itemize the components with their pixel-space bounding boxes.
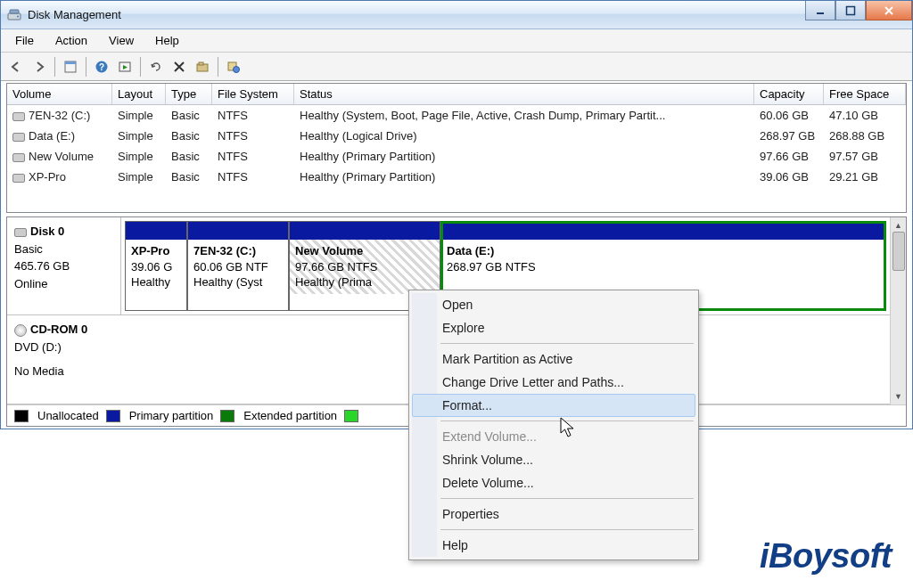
menu-item-properties[interactable]: Properties <box>412 502 695 526</box>
cell: Data (E:) <box>29 129 75 143</box>
window-controls <box>805 1 912 20</box>
menu-item-explore[interactable]: Explore <box>412 316 695 339</box>
col-header-free[interactable]: Free Space <box>824 84 906 104</box>
cdrom-icon <box>14 324 27 337</box>
menu-item-mark-active[interactable]: Mark Partition as Active <box>412 347 695 371</box>
cell: Basic <box>166 127 212 144</box>
scroll-up-button[interactable]: ▲ <box>892 219 905 232</box>
svg-rect-11 <box>199 62 203 65</box>
tool-button[interactable] <box>114 56 136 78</box>
menu-action[interactable]: Action <box>46 31 96 50</box>
menu-item-extend-volume: Extend Volume... <box>412 425 695 448</box>
cell: NTFS <box>212 148 294 165</box>
disk-label[interactable]: CD-ROM 0 DVD (D:) No Media <box>7 315 121 404</box>
menu-help[interactable]: Help <box>146 31 188 50</box>
cell: 29.21 GB <box>824 168 906 185</box>
cell: New Volume <box>29 150 94 163</box>
cell: Simple <box>112 107 166 124</box>
cell: 60.06 GB <box>754 107 824 124</box>
cell: Basic <box>166 148 212 165</box>
partition-name: 7EN-32 (C:) <box>193 244 256 257</box>
cell: Healthy (Logical Drive) <box>294 127 754 144</box>
toolbar-separator <box>86 57 86 77</box>
svg-rect-2 <box>10 10 19 13</box>
col-header-capacity[interactable]: Capacity <box>754 84 824 104</box>
minimize-button[interactable] <box>805 1 835 20</box>
list-row[interactable]: New Volume Simple Basic NTFS Healthy (Pr… <box>7 146 906 167</box>
svg-rect-3 <box>817 12 824 14</box>
cell: 268.88 GB <box>824 127 906 144</box>
col-header-volume[interactable]: Volume <box>7 84 112 104</box>
scroll-down-button[interactable]: ▼ <box>892 390 905 403</box>
partition-box[interactable]: XP-Pro 39.06 G Healthy <box>125 221 187 311</box>
menu-item-delete-volume[interactable]: Delete Volume... <box>412 471 695 494</box>
window-title: Disk Management <box>28 8 121 21</box>
partition-status: Healthy (Prima <box>295 275 372 289</box>
menu-item-change-drive-letter[interactable]: Change Drive Letter and Paths... <box>412 371 695 394</box>
col-header-fs[interactable]: File System <box>212 84 294 104</box>
titlebar: Disk Management <box>1 1 912 29</box>
cell: Basic <box>166 107 212 124</box>
menu-item-format[interactable]: Format... <box>412 394 695 417</box>
help-button[interactable]: ? <box>91 56 112 78</box>
partition-size: 60.06 GB NTF <box>193 260 268 274</box>
list-header: Volume Layout Type File System Status Ca… <box>7 84 906 105</box>
tool-button[interactable] <box>192 56 213 78</box>
scrollbar[interactable]: ▲ ▼ <box>890 217 906 404</box>
disk-type: DVD (D:) <box>14 339 114 356</box>
svg-rect-4 <box>847 6 855 14</box>
legend-swatch-primary <box>106 410 120 422</box>
menu-item-help[interactable]: Help <box>412 534 695 557</box>
menu-item-open[interactable]: Open <box>412 293 695 316</box>
disk-icon <box>14 228 27 237</box>
toolbar-separator <box>218 57 218 77</box>
col-header-layout[interactable]: Layout <box>112 84 166 104</box>
volume-list: Volume Layout Type File System Status Ca… <box>6 83 907 213</box>
volume-icon <box>12 133 25 142</box>
disk-label[interactable]: Disk 0 Basic 465.76 GB Online <box>7 217 121 314</box>
cell: Healthy (Primary Partition) <box>294 148 754 165</box>
forward-button[interactable] <box>29 56 50 78</box>
legend-swatch <box>344 410 358 422</box>
svg-point-1 <box>17 15 19 17</box>
menu-separator <box>440 343 694 344</box>
menu-item-shrink-volume[interactable]: Shrink Volume... <box>412 448 695 471</box>
col-header-type[interactable]: Type <box>166 84 212 104</box>
legend-swatch-extended <box>220 410 234 422</box>
svg-text:?: ? <box>99 62 104 72</box>
menu-separator <box>440 498 694 499</box>
cell: NTFS <box>212 127 294 144</box>
cell: Basic <box>166 168 212 185</box>
toolbar-separator <box>140 57 141 77</box>
cell: XP-Pro <box>29 170 66 184</box>
legend-label: Primary partition <box>129 409 214 422</box>
partition-box[interactable]: 7EN-32 (C:) 60.06 GB NTF Healthy (Syst <box>187 221 289 311</box>
disk-type: Basic <box>14 241 113 258</box>
properties-button[interactable] <box>60 56 81 78</box>
partition-name: New Volume <box>295 244 363 257</box>
menu-view[interactable]: View <box>100 31 143 50</box>
delete-button[interactable] <box>169 56 190 78</box>
refresh-button[interactable] <box>145 56 167 78</box>
maximize-button[interactable] <box>835 1 866 20</box>
cell: Simple <box>112 127 166 144</box>
disk-size: 465.76 GB <box>14 257 113 275</box>
context-menu: Open Explore Mark Partition as Active Ch… <box>408 290 699 560</box>
col-header-status[interactable]: Status <box>294 84 754 104</box>
app-icon <box>6 7 22 23</box>
list-row[interactable]: XP-Pro Simple Basic NTFS Healthy (Primar… <box>7 167 906 187</box>
watermark: iBoysoft <box>760 537 892 576</box>
cell: 97.57 GB <box>824 148 906 165</box>
disk-title: Disk 0 <box>30 225 64 238</box>
menu-file[interactable]: File <box>6 31 43 50</box>
close-button[interactable] <box>866 1 912 20</box>
list-row[interactable]: 7EN-32 (C:) Simple Basic NTFS Healthy (S… <box>7 105 906 126</box>
cell: NTFS <box>212 168 294 185</box>
legend-label: Unallocated <box>37 409 99 422</box>
scroll-thumb[interactable] <box>892 232 905 271</box>
cell: 39.06 GB <box>754 168 824 185</box>
cell: Healthy (System, Boot, Page File, Active… <box>294 107 754 124</box>
back-button[interactable] <box>5 56 27 78</box>
list-row[interactable]: Data (E:) Simple Basic NTFS Healthy (Log… <box>7 126 906 146</box>
tool-button[interactable] <box>223 56 244 78</box>
